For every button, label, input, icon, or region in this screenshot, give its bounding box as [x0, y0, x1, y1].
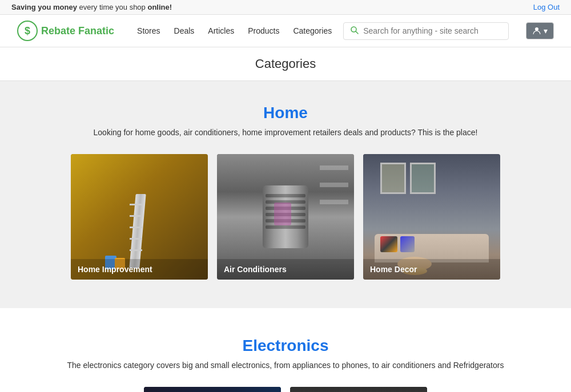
search-icon	[351, 26, 359, 36]
electronics-description: The electronics category covers big and …	[23, 361, 548, 370]
banner-saving: Saving you money	[11, 3, 77, 11]
card-home-decor-label: Home Decor	[363, 259, 500, 280]
logo-text: Rebate Fanatic	[41, 25, 114, 37]
nav-deals[interactable]: Deals	[174, 26, 195, 35]
user-dropdown-arrow: ▾	[544, 26, 548, 35]
nav-stores[interactable]: Stores	[137, 26, 160, 35]
card-home-decor[interactable]: Home Decor	[363, 154, 500, 280]
electronics-title: Electronics	[23, 337, 548, 355]
card-home-improvement[interactable]: Home Improvement	[71, 154, 208, 280]
top-banner: Saving you money every time you shop onl…	[0, 0, 571, 15]
main-nav: Stores Deals Articles Products Categorie…	[137, 26, 332, 35]
card-air-conditioners[interactable]: Air Conditioners	[217, 154, 354, 280]
banner-online: online!	[147, 3, 172, 11]
banner-middle: every time you shop	[77, 3, 148, 11]
header: $ Rebate Fanatic Stores Deals Articles P…	[0, 15, 571, 47]
user-button[interactable]: ▾	[526, 22, 554, 39]
card-speakers[interactable]	[290, 387, 427, 392]
nav-products[interactable]: Products	[248, 26, 279, 35]
electronics-category-section: Electronics The electronics category cov…	[0, 308, 571, 392]
nav-categories[interactable]: Categories	[293, 26, 332, 35]
user-icon	[532, 26, 541, 35]
home-category-title: Home	[23, 104, 548, 122]
page-title: Categories	[0, 47, 571, 81]
svg-line-1	[356, 31, 358, 34]
logout-link[interactable]: Log Out	[533, 3, 560, 11]
electronics-cards	[63, 387, 508, 392]
banner-text: Saving you money every time you shop onl…	[11, 3, 172, 11]
svg-point-2	[535, 27, 538, 31]
home-category-cards: Home Improvement	[63, 154, 508, 280]
logo[interactable]: $ Rebate Fanatic	[17, 21, 114, 41]
card-home-improvement-label: Home Improvement	[71, 259, 208, 280]
card-laptops[interactable]	[144, 387, 281, 392]
home-category-section: Home Looking for home goods, air conditi…	[0, 81, 571, 308]
nav-articles[interactable]: Articles	[208, 26, 234, 35]
logo-icon: $	[17, 21, 38, 41]
card-air-conditioners-label: Air Conditioners	[217, 259, 354, 280]
home-category-description: Looking for home goods, air conditioners…	[23, 128, 548, 137]
search-bar	[343, 22, 509, 40]
search-input[interactable]	[363, 26, 501, 35]
